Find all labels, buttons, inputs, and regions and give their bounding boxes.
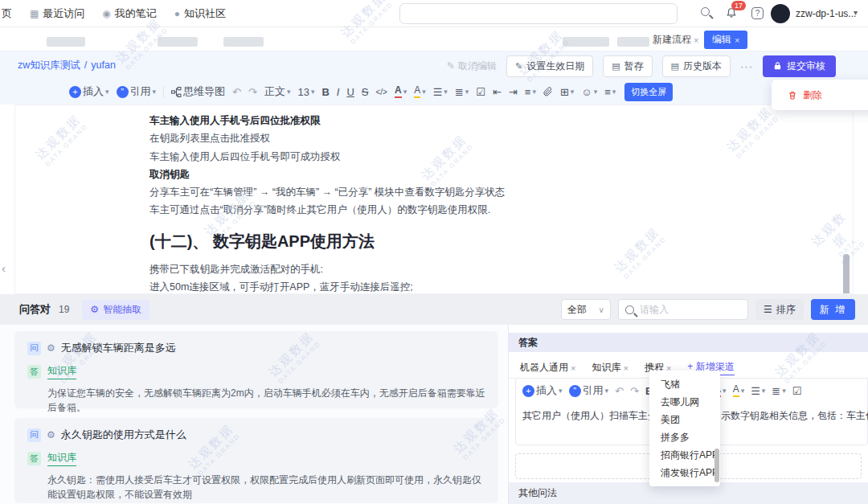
highlight-dropdown[interactable]: A▾	[414, 85, 426, 97]
close-icon[interactable]: ×	[623, 363, 628, 373]
submit-review-button[interactable]: 提交审核	[763, 55, 836, 77]
caret-down-icon: ▾	[532, 88, 536, 96]
line-spacing-dropdown[interactable]: ≡▾	[604, 86, 616, 98]
help-icon[interactable]: ?	[751, 7, 764, 19]
knowledge-base-tab[interactable]: 知识库	[47, 364, 76, 379]
tab-edit-active[interactable]: 编辑 ×	[704, 31, 747, 49]
task-checkbox-button[interactable]: ☑	[792, 385, 802, 397]
numbered-list-dropdown[interactable]: ≣▾	[455, 86, 469, 98]
answer-panel-title: 答案	[509, 333, 868, 352]
nav-community-label: 知识社区	[184, 6, 226, 21]
edit-icon: ✎	[515, 61, 522, 72]
app-window: 页 ▦最近访问 ◉我的笔记 ●知识社区 17 ? zzw-dp-1-us... …	[0, 0, 868, 504]
qa-header-controls: 全部∨ ☰排序 新 增	[561, 299, 855, 320]
channel-option-pinduoduo[interactable]: 拼多多	[649, 428, 720, 446]
qa-search-input[interactable]	[640, 301, 743, 318]
knowledge-base-tab[interactable]: 知识库	[47, 451, 76, 466]
avatar[interactable]	[771, 4, 790, 23]
nav-my-notes[interactable]: ◉我的笔记	[102, 6, 156, 21]
document-editor-canvas[interactable]: 车主输入使用人手机号后四位批准权限 在钥匙列表里点击批准授权 车主输入使用人后四…	[14, 104, 854, 294]
answer-row: 答 知识库	[27, 451, 485, 466]
channel-tab-robot-general[interactable]: 机器人通用×	[520, 361, 575, 375]
close-icon[interactable]: ×	[571, 363, 575, 373]
emoji-dropdown[interactable]: ☺▾	[581, 86, 597, 98]
caret-down-icon: ▾	[612, 88, 616, 96]
qa-card[interactable]: 问 ⚙ 无感解锁车辆距离是多远 答 知识库 为保证您车辆的安全，无感解锁车辆距离…	[14, 331, 498, 408]
toggle-fullscreen-button[interactable]: 切换全屏	[624, 83, 673, 101]
set-effective-date-button[interactable]: ✎设置生效日期	[506, 55, 593, 77]
nav-recent[interactable]: ▦最近访问	[30, 6, 84, 21]
recent-icon: ▦	[30, 8, 39, 19]
filter-select[interactable]: 全部∨	[561, 299, 611, 320]
search-icon[interactable]	[701, 7, 710, 16]
smart-extract-button[interactable]: ⚙智能抽取	[82, 300, 149, 320]
answer-text: 为保证您车辆的安全，无感解锁车辆距离为2m内，启动车辆手机必须在车内，无感开启后…	[47, 386, 485, 415]
qa-title: 问答对	[19, 302, 51, 317]
add-qa-button[interactable]: 新 增	[811, 299, 855, 320]
mindmap-button[interactable]: 思维导图	[171, 84, 225, 99]
save-draft-button[interactable]: ▤暂存	[603, 55, 652, 77]
channel-option-meituan[interactable]: 美团	[649, 411, 720, 428]
link-button[interactable]	[543, 87, 553, 96]
outdent-button[interactable]: ⇤	[493, 86, 502, 98]
highlight-dropdown[interactable]: A▾	[733, 384, 745, 396]
bold-button[interactable]: B	[321, 86, 329, 98]
strikethrough-button[interactable]: S	[362, 86, 369, 98]
document-scrollbar-thumb[interactable]	[843, 254, 850, 294]
redo-button[interactable]: ↷	[248, 86, 257, 98]
close-icon[interactable]: ×	[694, 35, 698, 45]
history-version-button[interactable]: ▤历史版本	[662, 55, 731, 77]
delete-menu-item[interactable]: 删除	[788, 88, 822, 102]
quote-label: 引用	[583, 383, 604, 398]
cancel-edit-button[interactable]: ✎取消编辑	[447, 59, 497, 73]
document-tab-strip: 新建流程 × 编辑 ×	[0, 27, 868, 51]
paragraph-style-select[interactable]: 正文▾	[264, 84, 291, 99]
channel-option-spdb-app[interactable]: 浦发银行APP	[649, 464, 720, 481]
answer-text: 永久钥匙：需使用人接受后车主才可设置权限，权限配置完成后使用人刷新页面即可使用，…	[47, 473, 485, 502]
question-text: 永久钥匙的使用方式是什么	[61, 428, 186, 442]
global-search-input[interactable]	[399, 3, 678, 24]
channel-option-feizhu[interactable]: 飞猪	[649, 375, 720, 393]
undo-button[interactable]: ↶	[232, 86, 241, 98]
quote-dropdown[interactable]: ”引用▾	[117, 84, 157, 99]
paperclip-icon	[543, 87, 553, 96]
collapse-panel-icon[interactable]: ‹	[2, 261, 6, 275]
caret-down-icon: ▾	[287, 88, 291, 96]
username[interactable]: zzw-dp-1-us...	[796, 8, 856, 19]
answer-badge: 答	[27, 365, 41, 379]
qa-card[interactable]: 问 ⚙ 永久钥匙的使用方式是什么 答 知识库 永久钥匙：需使用人接受后车主才可设…	[14, 418, 498, 503]
insert-dropdown[interactable]: +插入▾	[522, 383, 563, 398]
highlight-icon: A	[733, 384, 739, 396]
bullet-list-dropdown[interactable]: ☰▾	[433, 86, 448, 98]
code-button[interactable]: </>	[375, 88, 387, 96]
task-checkbox-button[interactable]: ☑	[476, 86, 485, 98]
font-color-dropdown[interactable]: A▾	[395, 85, 407, 97]
breadcrumb-page[interactable]: yufan	[91, 59, 116, 71]
quote-dropdown[interactable]: ”引用▾	[569, 383, 609, 398]
channel-tab-knowledge-base[interactable]: 知识库×	[592, 361, 628, 375]
underline-button[interactable]: U	[346, 86, 354, 98]
redo-button[interactable]: ↷	[630, 385, 639, 397]
indent-button[interactable]: ⇥	[509, 86, 518, 98]
user-menu-caret-icon[interactable]: ▾	[854, 8, 858, 17]
font-size-select[interactable]: 13▾	[297, 86, 314, 98]
align-dropdown[interactable]: ≡▾	[525, 86, 536, 98]
nav-knowledge-community[interactable]: ●知识社区	[174, 6, 226, 21]
numbered-list-icon: ≣	[772, 385, 780, 397]
undo-button[interactable]: ↶	[615, 385, 624, 397]
dropdown-scrollbar-thumb[interactable]	[714, 449, 719, 482]
insert-dropdown[interactable]: +插入▾	[69, 84, 109, 99]
channel-option-qunar[interactable]: 去哪儿网	[649, 393, 720, 411]
nav-home[interactable]: 页	[2, 6, 12, 21]
bullet-list-dropdown[interactable]: ☰▾	[751, 385, 765, 397]
close-icon[interactable]: ×	[735, 35, 739, 45]
table-dropdown[interactable]: ⊞▾	[560, 86, 574, 98]
sort-button[interactable]: ☰排序	[755, 299, 804, 320]
smart-extract-label: 智能抽取	[103, 303, 141, 317]
breadcrumb-library[interactable]: zw知识库测试	[18, 59, 80, 72]
numbered-list-dropdown[interactable]: ≣▾	[772, 385, 785, 397]
channel-option-cmb-app[interactable]: 招商银行APP	[649, 446, 720, 464]
more-actions-button[interactable]: ···	[740, 60, 753, 72]
italic-button[interactable]: I	[337, 86, 340, 98]
tab-new-process[interactable]: 新建流程 ×	[653, 33, 698, 47]
